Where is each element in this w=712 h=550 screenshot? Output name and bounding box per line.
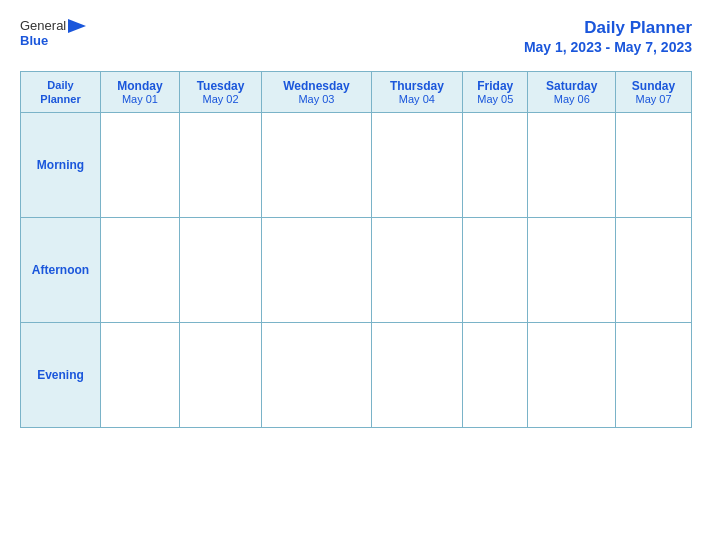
- sunday-date: May 07: [620, 93, 687, 105]
- evening-friday[interactable]: [463, 323, 528, 428]
- thursday-name: Thursday: [376, 79, 458, 93]
- wednesday-name: Wednesday: [266, 79, 366, 93]
- header-thursday: Thursday May 04: [371, 71, 462, 113]
- evening-thursday[interactable]: [371, 323, 462, 428]
- morning-row: Morning: [21, 113, 692, 218]
- saturday-date: May 06: [532, 93, 611, 105]
- header-daily: Daily: [47, 79, 73, 91]
- afternoon-wednesday[interactable]: [262, 218, 371, 323]
- afternoon-monday[interactable]: [101, 218, 180, 323]
- saturday-name: Saturday: [532, 79, 611, 93]
- morning-label: Morning: [21, 113, 101, 218]
- evening-label: Evening: [21, 323, 101, 428]
- logo-blue: Blue: [20, 33, 48, 48]
- afternoon-friday[interactable]: [463, 218, 528, 323]
- morning-wednesday[interactable]: [262, 113, 371, 218]
- sunday-name: Sunday: [620, 79, 687, 93]
- wednesday-date: May 03: [266, 93, 366, 105]
- evening-wednesday[interactable]: [262, 323, 371, 428]
- logo-blue-text: Blue: [20, 33, 48, 48]
- svg-marker-0: [68, 19, 86, 33]
- tuesday-name: Tuesday: [184, 79, 257, 93]
- header-wednesday: Wednesday May 03: [262, 71, 371, 113]
- afternoon-thursday[interactable]: [371, 218, 462, 323]
- header-friday: Friday May 05: [463, 71, 528, 113]
- logo-general: General: [20, 18, 66, 33]
- header-tuesday: Tuesday May 02: [179, 71, 261, 113]
- friday-name: Friday: [467, 79, 523, 93]
- afternoon-tuesday[interactable]: [179, 218, 261, 323]
- evening-tuesday[interactable]: [179, 323, 261, 428]
- monday-name: Monday: [105, 79, 175, 93]
- afternoon-row: Afternoon: [21, 218, 692, 323]
- morning-saturday[interactable]: [528, 113, 616, 218]
- afternoon-sunday[interactable]: [616, 218, 692, 323]
- logo-area: General Blue: [20, 18, 86, 48]
- logo-icon: [68, 19, 86, 33]
- header-planner: Planner: [40, 93, 80, 105]
- morning-friday[interactable]: [463, 113, 528, 218]
- morning-tuesday[interactable]: [179, 113, 261, 218]
- planner-table: Daily Planner Monday May 01 Tuesday May …: [20, 71, 692, 429]
- afternoon-saturday[interactable]: [528, 218, 616, 323]
- header: General Blue Daily Planner May 1, 2023 -…: [20, 18, 692, 57]
- logo-text: General: [20, 18, 86, 33]
- title-main: Daily Planner: [584, 18, 692, 37]
- friday-date: May 05: [467, 93, 523, 105]
- title-area: Daily Planner May 1, 2023 - May 7, 2023: [524, 18, 692, 57]
- evening-saturday[interactable]: [528, 323, 616, 428]
- thursday-date: May 04: [376, 93, 458, 105]
- tuesday-date: May 02: [184, 93, 257, 105]
- header-row: Daily Planner Monday May 01 Tuesday May …: [21, 71, 692, 113]
- title-date: May 1, 2023 - May 7, 2023: [524, 39, 692, 55]
- evening-sunday[interactable]: [616, 323, 692, 428]
- header-daily-planner: Daily Planner: [21, 71, 101, 113]
- morning-sunday[interactable]: [616, 113, 692, 218]
- evening-monday[interactable]: [101, 323, 180, 428]
- header-monday: Monday May 01: [101, 71, 180, 113]
- page: General Blue Daily Planner May 1, 2023 -…: [0, 0, 712, 550]
- monday-date: May 01: [105, 93, 175, 105]
- header-saturday: Saturday May 06: [528, 71, 616, 113]
- evening-row: Evening: [21, 323, 692, 428]
- morning-thursday[interactable]: [371, 113, 462, 218]
- header-sunday: Sunday May 07: [616, 71, 692, 113]
- afternoon-label: Afternoon: [21, 218, 101, 323]
- morning-monday[interactable]: [101, 113, 180, 218]
